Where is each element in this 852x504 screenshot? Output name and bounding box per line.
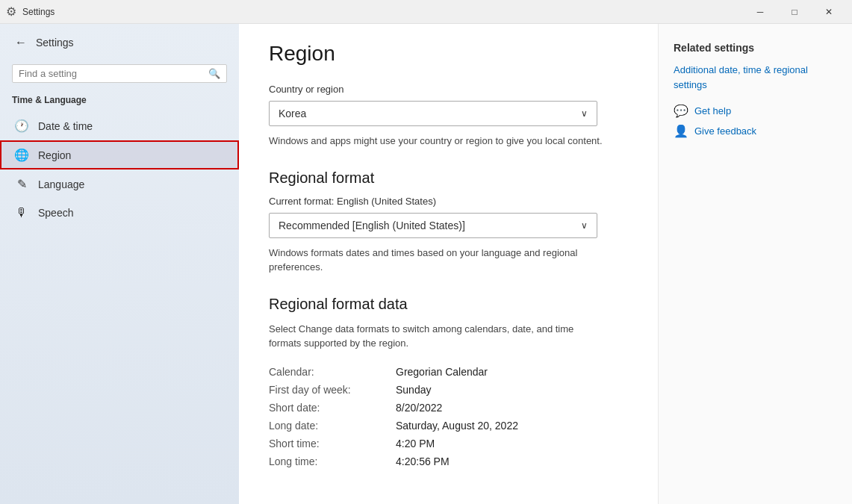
- table-row: Short time: 4:20 PM: [269, 435, 628, 452]
- long-date-label: Long date:: [269, 420, 366, 432]
- table-row: Long time: 4:20:56 PM: [269, 452, 628, 470]
- long-time-value: 4:20:56 PM: [396, 455, 450, 467]
- date-time-icon: 🕐: [14, 119, 29, 133]
- close-button[interactable]: ✕: [812, 0, 846, 24]
- get-help-link[interactable]: Get help: [694, 105, 731, 116]
- short-time-value: 4:20 PM: [396, 438, 435, 449]
- title-bar-left: ⚙ Settings: [6, 4, 743, 19]
- format-dropdown[interactable]: Recommended [English (United States)] ∨: [269, 213, 597, 238]
- table-row: Short date: 8/20/2022: [269, 399, 628, 417]
- sidebar-item-region-label: Region: [38, 149, 71, 161]
- sidebar-section-label: Time & Language: [0, 92, 239, 111]
- country-label: Country or region: [269, 84, 628, 95]
- country-dropdown-chevron: ∨: [581, 108, 588, 119]
- format-dropdown-value: Recommended [English (United States)]: [279, 220, 465, 231]
- title-bar: ⚙ Settings ─ □ ✕: [0, 0, 852, 24]
- country-description: Windows and apps might use your country …: [269, 134, 605, 149]
- calendar-value: Gregorian Calendar: [396, 366, 488, 378]
- speech-icon: 🎙: [14, 206, 29, 220]
- search-box[interactable]: 🔍: [12, 64, 227, 83]
- format-description: Windows formats dates and times based on…: [269, 246, 605, 275]
- sidebar: ← Settings 🔍 Time & Language 🕐 Date & ti…: [0, 24, 239, 504]
- settings-window: ⚙ Settings ─ □ ✕ ← Settings 🔍 Time & Lan…: [0, 0, 852, 504]
- sidebar-header: ← Settings: [0, 24, 239, 61]
- short-date-label: Short date:: [269, 402, 366, 414]
- sidebar-item-speech-label: Speech: [38, 207, 73, 219]
- main-content: Region Country or region Korea ∨ Windows…: [239, 24, 658, 504]
- back-button[interactable]: ←: [12, 33, 30, 52]
- region-icon: 🌐: [14, 148, 29, 162]
- sidebar-item-date-time-label: Date & time: [38, 120, 93, 132]
- right-panel: Related settings Additional date, time &…: [658, 24, 852, 504]
- short-time-label: Short time:: [269, 438, 366, 449]
- give-feedback-row: 👤 Give feedback: [674, 124, 837, 138]
- table-row: Calendar: Gregorian Calendar: [269, 363, 628, 381]
- country-dropdown-value: Korea: [279, 108, 306, 119]
- additional-date-time-link[interactable]: Additional date, time & regional setting…: [674, 63, 837, 92]
- regional-format-title: Regional format: [269, 169, 628, 187]
- sidebar-item-language[interactable]: ✎ Language: [0, 169, 239, 199]
- regional-data-title: Regional format data: [269, 296, 628, 313]
- country-dropdown[interactable]: Korea ∨: [269, 101, 597, 126]
- search-icon: 🔍: [208, 68, 220, 79]
- calendar-label: Calendar:: [269, 366, 366, 378]
- content-area: ← Settings 🔍 Time & Language 🕐 Date & ti…: [0, 24, 852, 504]
- long-date-value: Saturday, August 20, 2022: [396, 420, 518, 432]
- regional-data-description: Select Change data formats to switch amo…: [269, 322, 605, 351]
- title-bar-controls: ─ □ ✕: [743, 0, 846, 24]
- maximize-button[interactable]: □: [777, 0, 812, 24]
- related-settings-title: Related settings: [674, 42, 837, 54]
- sidebar-item-speech[interactable]: 🎙 Speech: [0, 199, 239, 227]
- get-help-row: 💬 Get help: [674, 104, 837, 118]
- get-help-icon: 💬: [674, 104, 688, 118]
- sidebar-app-title: Settings: [36, 37, 74, 49]
- title-bar-title: Settings: [22, 7, 55, 17]
- page-title: Region: [269, 42, 628, 66]
- give-feedback-link[interactable]: Give feedback: [694, 125, 756, 137]
- first-day-value: Sunday: [396, 384, 431, 396]
- sidebar-item-date-time[interactable]: 🕐 Date & time: [0, 111, 239, 140]
- language-icon: ✎: [14, 177, 29, 191]
- sidebar-item-region[interactable]: 🌐 Region: [0, 140, 239, 169]
- table-row: Long date: Saturday, August 20, 2022: [269, 417, 628, 435]
- give-feedback-icon: 👤: [674, 124, 688, 138]
- short-date-value: 8/20/2022: [396, 402, 442, 414]
- search-input[interactable]: [19, 68, 204, 79]
- current-format-label: Current format: English (United States): [269, 196, 628, 207]
- table-row: First day of week: Sunday: [269, 381, 628, 399]
- format-dropdown-chevron: ∨: [581, 220, 588, 231]
- sidebar-item-language-label: Language: [38, 178, 84, 190]
- first-day-label: First day of week:: [269, 384, 366, 396]
- long-time-label: Long time:: [269, 455, 366, 467]
- settings-app-icon: ⚙: [6, 4, 16, 19]
- minimize-button[interactable]: ─: [743, 0, 777, 24]
- data-table: Calendar: Gregorian Calendar First day o…: [269, 363, 628, 470]
